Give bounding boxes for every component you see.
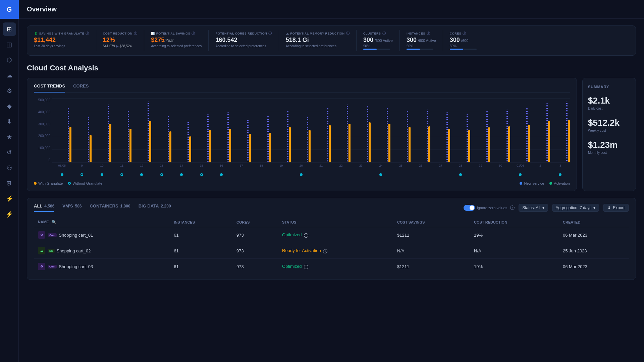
dot-item xyxy=(291,173,311,176)
x-label: 01/06 xyxy=(511,163,530,172)
dot xyxy=(200,173,203,176)
cell-instances: 61 xyxy=(170,227,232,243)
bar-group xyxy=(132,98,151,162)
table-tabs: ALL 4,586 VM'S 586 CONTAINERS 1,800 BIG … xyxy=(34,203,629,212)
potential-savings-info-icon[interactable]: ⓘ xyxy=(192,31,195,36)
dot xyxy=(80,173,83,176)
aggregation-select[interactable]: Aggregation: 7 days ▾ xyxy=(552,204,599,212)
bar-group xyxy=(371,98,390,162)
bar-solid xyxy=(289,127,291,162)
tab-vms[interactable]: VM'S 586 xyxy=(62,203,82,212)
bar-solid xyxy=(169,131,171,162)
row-badge: BD xyxy=(48,249,55,253)
tab-cores[interactable]: CORES xyxy=(73,83,89,93)
bar-group xyxy=(291,98,311,162)
tab-containers[interactable]: CONTAINERS 1,800 xyxy=(90,203,130,212)
stat-cores-value: 300 xyxy=(450,37,460,44)
bar-solid xyxy=(149,121,151,162)
x-label: 28 xyxy=(451,163,470,172)
status-info-icon[interactable]: i xyxy=(304,265,308,269)
bar-group xyxy=(511,98,530,162)
sidebar-item-plugin2[interactable]: ⚡ xyxy=(3,207,16,221)
sidebar-item-layers[interactable]: ◫ xyxy=(3,38,16,51)
x-label: 3 xyxy=(551,163,570,172)
row-name: Shopping cart_01 xyxy=(59,233,93,238)
ignore-zero-toggle[interactable] xyxy=(464,205,475,211)
data-table: NAME 🔍 INSTANCES CORES STATUS COST SAVIN… xyxy=(34,217,629,274)
bar-solid xyxy=(428,126,430,162)
bar-solid xyxy=(528,125,530,162)
dot xyxy=(419,173,422,176)
sidebar-item-network[interactable]: ⬡ xyxy=(3,53,16,67)
sidebar-item-inbox[interactable]: ⬇ xyxy=(3,115,16,128)
cores-info-icon[interactable]: ⓘ xyxy=(463,31,466,36)
bar-group xyxy=(351,98,370,162)
col-cost-savings: COST SAVINGS xyxy=(393,217,470,227)
app-logo[interactable]: G xyxy=(0,0,19,19)
status-info-icon[interactable]: i xyxy=(323,249,327,253)
dot xyxy=(559,173,561,176)
row-badge: Cont xyxy=(48,265,57,268)
aggregation-chevron-icon: ▾ xyxy=(593,205,595,210)
dot-item xyxy=(371,173,390,176)
tab-all[interactable]: ALL 4,586 xyxy=(34,203,54,212)
bar-chart: 500,000 400,000 300,000 200,000 100,000 … xyxy=(34,98,570,172)
savings-info-icon[interactable]: ⓘ xyxy=(86,31,89,36)
bar-dotted xyxy=(427,110,428,162)
sidebar-item-users[interactable]: ⚇ xyxy=(3,161,16,175)
bar-group xyxy=(192,98,211,162)
cell-name: ☁ BD Shopping cart_02 xyxy=(34,243,170,259)
search-icon[interactable]: 🔍 xyxy=(52,220,56,224)
status-select[interactable]: Status: All ▾ xyxy=(519,204,548,212)
legend-without-granulate: Without Granulate xyxy=(68,181,102,185)
col-cores: CORES xyxy=(232,217,278,227)
table-row[interactable]: ⚙ Cont Shopping cart_01 61 973 Optimized… xyxy=(34,227,629,243)
bar-solid xyxy=(388,124,390,162)
bar-group xyxy=(431,98,450,162)
dot xyxy=(180,173,183,176)
potential-memory-info-icon[interactable]: ⓘ xyxy=(346,31,350,36)
bar-dotted xyxy=(486,111,488,162)
cost-reduction-info-icon[interactable]: ⓘ xyxy=(134,31,138,36)
dot-item xyxy=(152,173,171,176)
legend-dot-green xyxy=(549,182,552,185)
table-row[interactable]: ⚙ Cont Shopping cart_03 61 973 Optimized… xyxy=(34,259,629,275)
dot-item xyxy=(491,173,510,176)
stat-cost-reduction-label: COST REDUCTION ⓘ xyxy=(103,31,138,36)
bar-solid xyxy=(129,129,131,162)
cell-cores: 973 xyxy=(232,243,278,259)
bar-solid xyxy=(209,130,211,162)
clusters-info-icon[interactable]: ⓘ xyxy=(382,31,386,36)
sidebar-item-dashboard[interactable]: ⊞ xyxy=(3,22,16,36)
sidebar-item-plugin1[interactable]: ⚡ xyxy=(3,192,16,205)
status-info-icon[interactable]: i xyxy=(304,233,308,238)
x-label: 20 xyxy=(291,163,311,172)
sidebar-item-restore[interactable]: ↺ xyxy=(3,146,16,159)
col-cost-reduction: COST REDUCTION xyxy=(470,217,559,227)
bar-group xyxy=(391,98,410,162)
dot xyxy=(101,173,103,176)
dot xyxy=(360,173,362,176)
stat-savings: 💲 SAVINGS WITH GRANULATE ⓘ $11,442 Last … xyxy=(34,30,96,51)
ignore-zero-info-icon[interactable]: i xyxy=(510,205,515,210)
sidebar-item-settings[interactable]: ⚙ xyxy=(3,84,16,98)
bar-solid xyxy=(488,127,490,162)
export-button[interactable]: ⬇ Export xyxy=(603,204,629,212)
table-row[interactable]: ☁ BD Shopping cart_02 61 973 Ready for A… xyxy=(34,243,629,259)
sidebar-item-shield[interactable]: ⛨ xyxy=(3,177,16,190)
sidebar-item-deploy[interactable]: ◆ xyxy=(3,100,16,113)
tab-bigdata[interactable]: BIG DATA 2,200 xyxy=(139,203,171,212)
potential-cores-info-icon[interactable]: ⓘ xyxy=(268,31,272,36)
stat-potential-memory: ☁ POTENTIAL MEMORY REDUCTION ⓘ 518.1 Gi … xyxy=(286,30,357,51)
dot-item xyxy=(92,173,111,176)
stat-clusters: CLUSTERS ⓘ 300 /600 Active 50% xyxy=(363,30,400,51)
dot xyxy=(240,173,243,176)
cell-status: Optimized i xyxy=(278,227,393,243)
bar-solid xyxy=(309,130,311,162)
tab-cost-trends[interactable]: COST TRENDS xyxy=(34,83,65,93)
bar-solid xyxy=(409,127,411,162)
stat-instances: INSTANCES ⓘ 300 /600 Active 50% xyxy=(407,30,443,51)
sidebar-item-star[interactable]: ★ xyxy=(3,130,16,144)
instances-info-icon[interactable]: ⓘ xyxy=(427,31,430,36)
sidebar-item-cloud[interactable]: ☁ xyxy=(3,69,16,82)
